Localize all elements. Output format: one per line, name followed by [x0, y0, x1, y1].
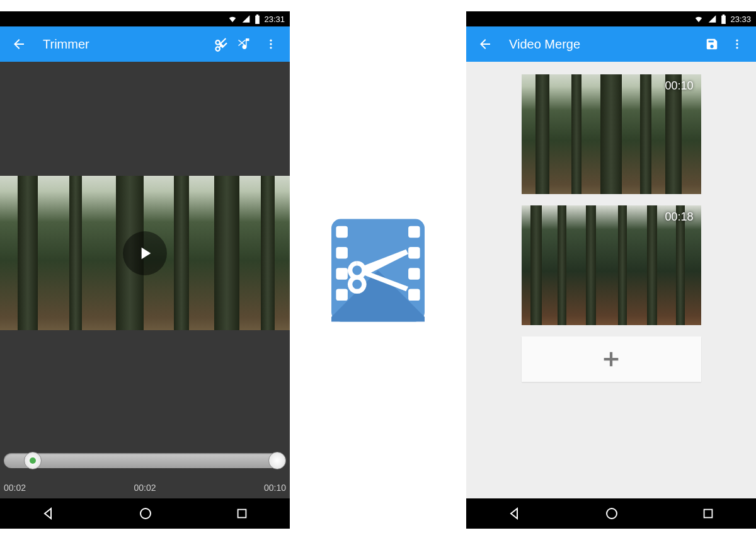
back-button[interactable]	[6, 32, 32, 57]
trimmer-body: 00:02 00:02 00:10	[0, 62, 290, 498]
video-preview-area	[0, 62, 290, 444]
svg-rect-13	[408, 289, 420, 301]
more-vert-icon	[265, 37, 277, 51]
status-time: 23:31	[264, 14, 285, 24]
play-icon	[135, 243, 155, 263]
overflow-button[interactable]	[724, 32, 750, 57]
svg-point-1	[270, 43, 272, 45]
save-icon	[705, 37, 719, 51]
timecode-row: 00:02 00:02 00:10	[0, 477, 290, 498]
back-button[interactable]	[472, 32, 498, 57]
nav-home-icon[interactable]	[138, 506, 153, 521]
start-time-label: 00:02	[4, 483, 26, 493]
trim-end-handle[interactable]	[268, 452, 286, 469]
nav-back-icon[interactable]	[41, 506, 56, 521]
svg-rect-8	[336, 268, 348, 280]
svg-rect-4	[238, 510, 246, 518]
svg-rect-7	[336, 247, 348, 259]
svg-rect-11	[408, 247, 420, 259]
clip-item[interactable]: 00:10	[522, 74, 701, 194]
trim-cut-button[interactable]	[208, 32, 233, 57]
clip-duration: 00:10	[665, 79, 693, 93]
clip-duration: 00:18	[665, 210, 693, 224]
signal-icon	[707, 14, 717, 23]
music-cut-icon	[237, 36, 255, 52]
svg-rect-9	[336, 289, 348, 301]
wifi-icon	[694, 14, 704, 23]
phone-merge: 23:33 Video Merge	[466, 11, 756, 529]
nav-bar	[0, 498, 290, 529]
svg-rect-10	[408, 226, 420, 238]
play-button[interactable]	[123, 231, 167, 275]
nav-recent-icon[interactable]	[701, 507, 715, 520]
status-bar: 23:31	[0, 11, 290, 26]
svg-point-3	[140, 508, 151, 519]
toolbar: Video Merge	[466, 26, 756, 62]
svg-point-15	[736, 40, 738, 42]
scissors-icon	[212, 36, 229, 52]
svg-point-17	[736, 47, 738, 49]
status-bar: 23:33	[466, 11, 756, 26]
svg-rect-6	[336, 226, 348, 238]
signal-icon	[241, 14, 251, 23]
add-clip-button[interactable]	[522, 336, 701, 382]
battery-icon	[721, 14, 726, 24]
music-cut-button[interactable]	[233, 32, 258, 57]
status-time: 23:33	[730, 14, 751, 24]
wifi-icon	[227, 14, 238, 23]
clip-item[interactable]: 00:18	[522, 205, 701, 325]
svg-point-18	[607, 508, 617, 519]
plus-icon	[600, 348, 622, 370]
overflow-button[interactable]	[258, 32, 284, 57]
toolbar: Trimmer	[0, 26, 290, 62]
slider-track	[4, 453, 286, 468]
merge-body: 00:10 00:18	[466, 62, 756, 498]
nav-home-icon[interactable]	[604, 506, 619, 521]
end-time-label: 00:10	[264, 483, 286, 493]
battery-icon	[255, 14, 260, 24]
save-button[interactable]	[699, 32, 724, 57]
nav-back-icon[interactable]	[507, 506, 522, 521]
page-title: Video Merge	[509, 37, 699, 52]
trim-start-handle[interactable]	[24, 452, 42, 469]
more-vert-icon	[731, 37, 743, 51]
svg-point-2	[270, 47, 272, 49]
current-time-label: 00:02	[134, 483, 156, 493]
trim-slider[interactable]	[0, 444, 290, 477]
nav-bar	[466, 498, 756, 529]
app-logo	[320, 212, 437, 328]
svg-point-0	[270, 40, 272, 42]
svg-rect-12	[408, 268, 420, 280]
phone-trimmer: 23:31 Trimmer	[0, 11, 290, 529]
video-frame[interactable]	[0, 176, 290, 330]
page-title: Trimmer	[43, 37, 208, 52]
nav-recent-icon[interactable]	[235, 507, 249, 520]
svg-point-16	[736, 43, 738, 45]
svg-rect-19	[704, 510, 713, 518]
